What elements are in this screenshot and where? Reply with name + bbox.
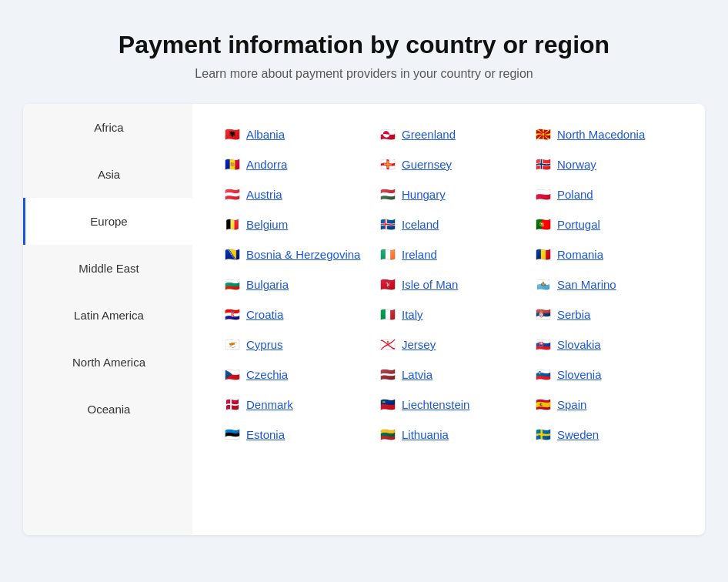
list-item: 🇦🇹Austria (215, 179, 371, 209)
list-item: 🇱🇻Latvia (371, 360, 526, 390)
list-item: 🇸🇲San Marino (526, 269, 682, 299)
country-link[interactable]: Greenland (402, 128, 456, 141)
list-item: 🇬🇬Guernsey (371, 149, 526, 179)
country-flag: 🇵🇱 (536, 187, 551, 202)
country-link[interactable]: Bulgaria (246, 278, 289, 291)
list-item: 🇬🇱Greenland (371, 119, 526, 149)
sidebar-item-oceania[interactable]: Oceania (23, 386, 192, 433)
country-link[interactable]: Iceland (402, 218, 439, 231)
country-flag: 🇦🇱 (225, 127, 240, 142)
country-link[interactable]: Andorra (246, 158, 287, 171)
country-link[interactable]: Sweden (557, 428, 599, 441)
country-flag: 🇨🇾 (225, 337, 240, 352)
list-item: 🇳🇴Norway (526, 149, 682, 179)
country-link[interactable]: Italy (402, 308, 423, 321)
country-link[interactable]: Latvia (402, 368, 432, 381)
country-link[interactable]: Austria (246, 188, 282, 201)
country-flag: 🇮🇹 (380, 307, 396, 322)
list-item: 🇪🇸Spain (526, 390, 682, 420)
country-flag: 🇭🇺 (380, 187, 396, 202)
country-link[interactable]: Jersey (402, 338, 436, 351)
list-item: 🇨🇾Cyprus (215, 329, 371, 360)
country-link[interactable]: Serbia (557, 308, 590, 321)
country-link[interactable]: Norway (557, 158, 596, 171)
country-flag: 🇱🇻 (380, 367, 396, 382)
country-link[interactable]: Slovenia (557, 368, 602, 381)
country-flag: 🇬🇱 (380, 127, 396, 142)
list-item: 🇧🇦Bosnia & Herzegovina (215, 239, 371, 269)
country-flag: 🇬🇬 (380, 157, 396, 172)
country-flag: 🇮🇪 (380, 247, 396, 262)
list-item: 🇮🇪Ireland (371, 239, 526, 269)
country-link[interactable]: Cyprus (246, 338, 283, 351)
country-flag: 🇭🇷 (225, 307, 240, 322)
country-link[interactable]: Estonia (246, 428, 285, 441)
country-flag: 🇧🇬 (225, 277, 240, 292)
main-content[interactable]: 🇦🇱Albania🇦🇩Andorra🇦🇹Austria🇧🇪Belgium🇧🇦Bo… (192, 104, 705, 535)
country-flag: 🇸🇮 (536, 367, 551, 382)
country-flag: 🇮🇲 (380, 277, 396, 292)
country-column-2: 🇬🇱Greenland🇬🇬Guernsey🇭🇺Hungary🇮🇸Iceland🇮… (371, 119, 526, 450)
country-link[interactable]: Belgium (246, 218, 288, 231)
country-flag: 🇧🇪 (225, 217, 240, 232)
country-flag: 🇦🇹 (225, 187, 240, 202)
country-link[interactable]: Romania (557, 248, 603, 261)
country-flag: 🇳🇴 (536, 157, 551, 172)
list-item: 🇯🇪Jersey (371, 329, 526, 360)
country-link[interactable]: Spain (557, 398, 586, 411)
list-item: 🇦🇩Andorra (215, 149, 371, 179)
sidebar-item-latin-america[interactable]: Latin America (23, 292, 192, 339)
list-item: 🇱🇹Lithuania (371, 420, 526, 450)
country-link[interactable]: North Macedonia (557, 128, 645, 141)
country-flag: 🇦🇩 (225, 157, 240, 172)
list-item: 🇭🇷Croatia (215, 299, 371, 329)
list-item: 🇷🇸Serbia (526, 299, 682, 329)
list-item: 🇭🇺Hungary (371, 179, 526, 209)
list-item: 🇸🇰Slovakia (526, 329, 682, 360)
country-flag: 🇮🇸 (380, 217, 396, 232)
sidebar-item-middle-east[interactable]: Middle East (23, 245, 192, 292)
country-link[interactable]: Portugal (557, 218, 600, 231)
country-link[interactable]: Croatia (246, 308, 283, 321)
page-title: Payment information by country or region (15, 31, 713, 59)
country-link[interactable]: Liechtenstein (402, 398, 469, 411)
list-item: 🇲🇰North Macedonia (526, 119, 682, 149)
list-item: 🇷🇴Romania (526, 239, 682, 269)
country-link[interactable]: Guernsey (402, 158, 452, 171)
country-flag: 🇸🇰 (536, 337, 551, 352)
country-link[interactable]: Bosnia & Herzegovina (246, 248, 360, 261)
country-column-1: 🇦🇱Albania🇦🇩Andorra🇦🇹Austria🇧🇪Belgium🇧🇦Bo… (215, 119, 371, 450)
sidebar-item-africa[interactable]: Africa (23, 104, 192, 151)
sidebar-item-europe[interactable]: Europe (23, 198, 192, 245)
sidebar-item-asia[interactable]: Asia (23, 151, 192, 198)
list-item: 🇱🇮Liechtenstein (371, 390, 526, 420)
country-flag: 🇵🇹 (536, 217, 551, 232)
list-item: 🇮🇸Iceland (371, 209, 526, 239)
country-link[interactable]: Ireland (402, 248, 437, 261)
country-link[interactable]: Hungary (402, 188, 446, 201)
country-flag: 🇧🇦 (225, 247, 240, 262)
country-link[interactable]: Slovakia (557, 338, 601, 351)
country-link[interactable]: Czechia (246, 368, 288, 381)
country-flag: 🇱🇹 (380, 427, 396, 442)
country-link[interactable]: Denmark (246, 398, 293, 411)
country-grid: 🇦🇱Albania🇦🇩Andorra🇦🇹Austria🇧🇪Belgium🇧🇦Bo… (215, 119, 682, 450)
country-link[interactable]: Poland (557, 188, 593, 201)
country-link[interactable]: Isle of Man (402, 278, 458, 291)
list-item: 🇦🇱Albania (215, 119, 371, 149)
country-flag: 🇷🇴 (536, 247, 551, 262)
content-area: AfricaAsiaEuropeMiddle EastLatin America… (23, 104, 705, 535)
list-item: 🇸🇮Slovenia (526, 360, 682, 390)
page-header: Payment information by country or region… (0, 0, 728, 104)
list-item: 🇩🇰Denmark (215, 390, 371, 420)
sidebar-item-north-america[interactable]: North America (23, 339, 192, 386)
country-link[interactable]: San Marino (557, 278, 616, 291)
list-item: 🇮🇲Isle of Man (371, 269, 526, 299)
country-flag: 🇯🇪 (380, 337, 396, 352)
list-item: 🇵🇹Portugal (526, 209, 682, 239)
country-link[interactable]: Albania (246, 128, 285, 141)
country-flag: 🇪🇪 (225, 427, 240, 442)
country-link[interactable]: Lithuania (402, 428, 449, 441)
page-subtitle: Learn more about payment providers in yo… (15, 67, 713, 81)
country-column-3: 🇲🇰North Macedonia🇳🇴Norway🇵🇱Poland🇵🇹Portu… (526, 119, 682, 450)
